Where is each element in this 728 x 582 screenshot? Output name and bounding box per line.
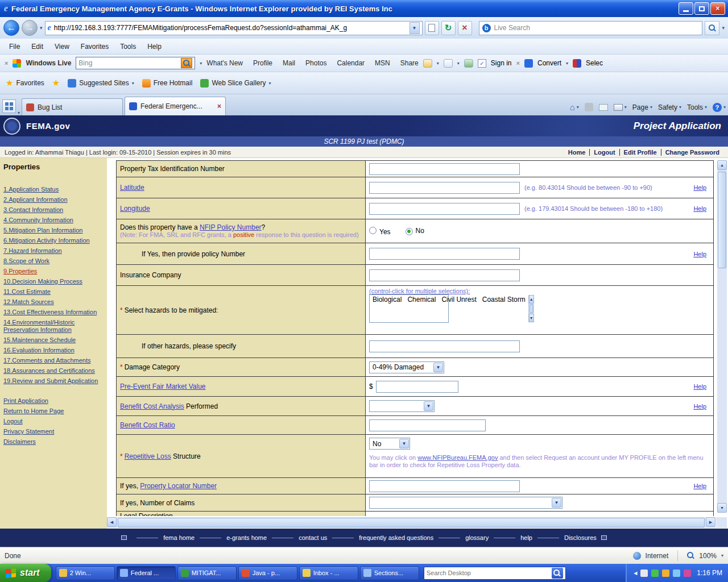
fema-logo[interactable]: FEMA.gov xyxy=(26,121,70,131)
volume-tray-icon[interactable] xyxy=(662,569,669,577)
desktop-search-input[interactable] xyxy=(427,569,552,576)
refresh-button[interactable]: ↻ xyxy=(441,21,456,35)
live-link[interactable]: Mail xyxy=(283,59,295,67)
scrollbar-thumb[interactable] xyxy=(718,172,726,268)
claims-select[interactable]: ▼ xyxy=(369,497,562,509)
footer-link[interactable]: contact us xyxy=(267,534,327,541)
fmv-link[interactable]: Pre-Event Fair Market Value xyxy=(120,383,206,390)
print-button[interactable]: ▾ xyxy=(614,104,627,111)
sidebar-item[interactable]: 4.Community Information xyxy=(3,217,104,224)
scroll-down-icon[interactable]: ▼ xyxy=(717,503,727,513)
footer-link[interactable]: fema home xyxy=(131,534,195,541)
longitude-input[interactable] xyxy=(369,203,520,215)
fmv-help-link[interactable]: Help xyxy=(693,383,706,390)
signin-link[interactable]: Sign in xyxy=(491,59,512,67)
history-dropdown[interactable]: ▾ xyxy=(40,25,43,31)
longitude-help-link[interactable]: Help xyxy=(693,205,706,212)
footer-link[interactable]: e-grants home xyxy=(195,534,267,541)
desktop-search-box[interactable] xyxy=(424,567,566,580)
fmv-input[interactable] xyxy=(376,381,458,393)
scroll-right-icon[interactable]: ▶ xyxy=(706,517,715,527)
insurance-input[interactable] xyxy=(369,269,520,281)
zoom-dropdown[interactable]: ▾ xyxy=(721,553,723,558)
desktop-search-button[interactable] xyxy=(552,568,563,579)
add-favorite-icon[interactable]: ★ xyxy=(52,78,60,88)
email-dropdown[interactable]: ▾ xyxy=(457,61,460,66)
windows-live-label[interactable]: Windows Live xyxy=(26,59,71,67)
tab-list-dropdown[interactable]: ▾ xyxy=(18,110,20,115)
sidebar-item[interactable]: 12.Match Sources xyxy=(3,298,104,306)
hazard-option[interactable]: Chemical xyxy=(404,295,439,304)
sidebar-item[interactable]: 18.Assurances and Certifications xyxy=(3,367,104,375)
hazards-listbox[interactable]: BiologicalChemicalCivil UnrestCoastal St… xyxy=(369,294,449,323)
back-button[interactable]: ← xyxy=(3,20,19,36)
bing-placeholder[interactable]: Bing xyxy=(78,59,92,67)
tab-bug-list[interactable]: Bug List xyxy=(22,98,123,115)
latitude-input[interactable] xyxy=(369,182,520,194)
page-menu[interactable]: Page▾ xyxy=(632,103,652,111)
tray-collapse-icon[interactable]: ◀ xyxy=(634,571,637,576)
display-tray-icon[interactable] xyxy=(640,569,648,577)
nfip-yes-option[interactable]: Yes xyxy=(369,227,391,236)
policy-number-help-link[interactable]: Help xyxy=(693,251,706,257)
minimize-button[interactable] xyxy=(679,2,693,15)
close-toolbar-icon[interactable]: × xyxy=(516,60,520,66)
close-button[interactable]: × xyxy=(710,2,725,15)
help-menu[interactable]: ?▾ xyxy=(713,103,726,112)
property-locator-help-link[interactable]: Help xyxy=(693,483,706,489)
nfip-no-radio[interactable] xyxy=(406,228,413,235)
sidebar-item[interactable]: 13.Cost Effectiveness Information xyxy=(3,309,104,316)
hazard-option[interactable]: Biological xyxy=(370,295,404,304)
quick-tabs-icon[interactable] xyxy=(2,99,16,113)
horizontal-scrollbar[interactable]: ◀ ▶ xyxy=(107,517,715,528)
property-locator-link[interactable]: Property Locator Number xyxy=(140,482,217,490)
taskbar-window-button[interactable]: Federal ... xyxy=(117,566,176,580)
bing-dropdown[interactable]: ▾ xyxy=(200,61,202,66)
favbar-item-web-slice-gallery[interactable]: Web Slice Gallery ▾ xyxy=(200,79,271,88)
convert-button[interactable]: Convert xyxy=(537,59,561,67)
property-locator-input[interactable] xyxy=(369,480,520,492)
sidebar-item[interactable]: 17.Comments and Attachments xyxy=(3,357,104,364)
nfip-yes-radio[interactable] xyxy=(369,227,377,234)
menu-item[interactable]: File xyxy=(3,41,26,52)
sidebar-link[interactable]: Privacy Statement xyxy=(3,428,104,435)
write-blog-icon[interactable] xyxy=(423,59,432,68)
sidebar-item[interactable]: 10.Decision Making Process xyxy=(3,278,104,285)
scroll-up-icon[interactable]: ▲ xyxy=(717,160,727,170)
damage-category-select[interactable]: 0-49% Damaged ▼ xyxy=(369,361,444,373)
login-bar-link[interactable]: Change Password xyxy=(661,149,723,156)
url-dropdown[interactable]: ▼ xyxy=(410,22,420,34)
read-mail-icon[interactable] xyxy=(599,104,608,111)
live-link[interactable]: Profile xyxy=(253,59,272,67)
listbox-scrollbar[interactable]: ▲ ▼ xyxy=(528,295,534,322)
latitude-link[interactable]: Latitude xyxy=(120,184,144,192)
sidebar-item[interactable]: 15.Maintenance Schedule xyxy=(3,336,104,344)
sidebar-link[interactable]: Logout xyxy=(3,418,104,425)
live-link[interactable]: MSN xyxy=(375,59,390,67)
safety-menu[interactable]: Safety▾ xyxy=(658,103,681,111)
footer-link[interactable]: help xyxy=(489,534,532,541)
footer-link[interactable]: Disclosures xyxy=(532,534,597,541)
close-toolbar-icon[interactable]: × xyxy=(5,60,8,66)
favbar-item-suggested-sites[interactable]: Suggested Sites ▾ xyxy=(68,79,134,88)
footer-link[interactable]: frequently asked questions xyxy=(327,534,433,541)
start-button[interactable]: start xyxy=(0,564,51,582)
vertical-scrollbar[interactable]: ▲ ▼ xyxy=(717,160,727,513)
login-bar-link[interactable]: Home xyxy=(564,149,590,156)
live-search-box[interactable]: b Live Search xyxy=(479,21,703,35)
feeds-icon[interactable] xyxy=(585,103,593,111)
sidebar-item[interactable]: 8.Scope of Work xyxy=(3,257,104,265)
menu-item[interactable]: Tools xyxy=(114,41,142,52)
bing-search-box[interactable]: Bing xyxy=(76,57,195,69)
security-tray-icon[interactable] xyxy=(651,569,659,577)
hazard-option[interactable]: Civil Unrest xyxy=(439,295,479,304)
translate-icon[interactable] xyxy=(464,59,473,68)
network-tray-icon[interactable] xyxy=(673,569,680,577)
search-placeholder[interactable]: Live Search xyxy=(494,24,530,32)
search-button[interactable] xyxy=(705,21,719,35)
sidebar-item[interactable]: 6.Mitigation Activity Information xyxy=(3,237,104,244)
tab-federal-emergency[interactable]: Federal Emergenc... × xyxy=(125,97,226,115)
sidebar-item[interactable]: 16.Evaluation Information xyxy=(3,347,104,354)
zoom-level[interactable]: 100% xyxy=(699,552,717,560)
bca-select[interactable]: ▼ xyxy=(369,400,435,412)
